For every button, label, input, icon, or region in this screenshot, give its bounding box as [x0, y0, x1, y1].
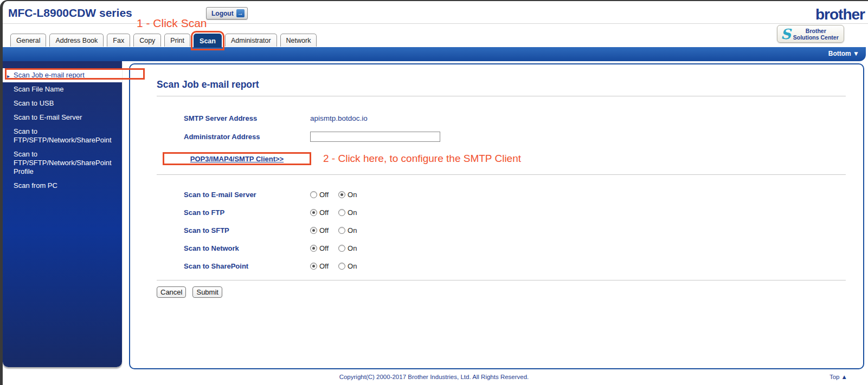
sidebar-item-scan-to-usb[interactable]: Scan to USB — [3, 96, 122, 110]
footer-copyright: Copyright(C) 2000-2017 Brother Industrie… — [0, 374, 868, 380]
scan-to-network-on-radio[interactable] — [338, 245, 345, 252]
sidebar-item-scan-job-e-mail-report[interactable]: Scan Job e-mail report — [3, 68, 122, 82]
pop3-client-row: POP3/IMAP4/SMTP Client>> 2 - Click here,… — [163, 152, 846, 165]
scan-to-ftp-off-radio[interactable] — [310, 209, 317, 216]
bottom-link[interactable]: Bottom ▼ — [828, 50, 859, 57]
section-divider-1 — [157, 174, 846, 175]
scan-to-e-mail-server-off-radio[interactable] — [310, 191, 317, 198]
cancel-button[interactable]: Cancel — [157, 286, 186, 298]
bsc-s-icon: S — [781, 27, 791, 41]
pop3-imap4-smtp-client-link[interactable]: POP3/IMAP4/SMTP Client>> — [190, 155, 284, 163]
action-buttons: Cancel Submit — [157, 286, 846, 298]
logout-arrow-icon: → — [236, 9, 245, 17]
smtp-server-address-value: apismtp.botdoc.io — [310, 114, 368, 122]
heading-divider — [157, 96, 846, 96]
toggle-row-scan-to-sharepoint: Scan to SharePoint Off On — [184, 259, 846, 272]
top-link[interactable]: Top ▲ — [830, 374, 847, 380]
tab-general[interactable]: General — [10, 34, 46, 47]
brother-logo: brother — [815, 6, 865, 23]
scan-toggle-list: Scan to E-mail Server Off On Scan to FTP — [157, 188, 846, 272]
administrator-address-label: Administrator Address — [184, 133, 310, 141]
tab-print[interactable]: Print — [164, 34, 190, 47]
tab-address-book[interactable]: Address Book — [49, 34, 104, 47]
annotation-box-pop3-link: POP3/IMAP4/SMTP Client>> — [163, 152, 311, 165]
sidebar-item-scan-from-pc[interactable]: Scan from PC — [3, 179, 122, 193]
sidebar-item-scan-to-ftp-sftp-network-sharepoint-profile[interactable]: Scan to FTP/SFTP/Network/SharePoint Prof… — [3, 147, 122, 179]
scan-to-sharepoint-on-radio[interactable] — [338, 263, 345, 270]
tab-scan[interactable]: Scan — [194, 34, 222, 48]
tab-fax[interactable]: Fax — [107, 34, 130, 47]
toggle-row-scan-to-sftp: Scan to SFTP Off On — [184, 224, 846, 237]
toggle-row-scan-to-e-mail-server: Scan to E-mail Server Off On — [184, 188, 846, 201]
header: MFC-L8900CDW series Logout → brother — [3, 1, 868, 34]
bsc-label: Brother Solutions Center — [793, 28, 839, 41]
content-heading: Scan Job e-mail report — [157, 79, 846, 90]
tab-bar: General Address Book Fax Copy Print Scan… — [10, 34, 317, 47]
logout-label: Logout — [211, 10, 234, 17]
administrator-address-input[interactable] — [310, 132, 440, 142]
tab-administrator[interactable]: Administrator — [225, 34, 277, 47]
annotation-step2: 2 - Click here, to configure the SMTP Cl… — [323, 153, 521, 165]
tab-network[interactable]: Network — [280, 34, 317, 47]
scan-to-e-mail-server-on-radio[interactable] — [338, 191, 345, 198]
main-panel: Scan Job e-mail report SMTP Server Addre… — [129, 63, 864, 369]
sidebar: Scan Job e-mail report Scan File Name Sc… — [3, 61, 122, 367]
smtp-server-row: SMTP Server Address apismtp.botdoc.io — [184, 112, 846, 125]
scan-to-sftp-off-radio[interactable] — [310, 227, 317, 234]
logout-button[interactable]: Logout → — [206, 7, 248, 19]
administrator-address-row: Administrator Address — [184, 130, 846, 143]
header-divider — [3, 23, 868, 24]
page-title: MFC-L8900CDW series — [8, 6, 132, 19]
brother-solutions-center-button[interactable]: S Brother Solutions Center — [777, 25, 844, 43]
toggle-row-scan-to-ftp: Scan to FTP Off On — [184, 206, 846, 219]
smtp-server-address-label: SMTP Server Address — [184, 114, 310, 122]
scan-to-ftp-on-radio[interactable] — [338, 209, 345, 216]
sidebar-item-scan-to-ftp-sftp-network-sharepoint[interactable]: Scan to FTP/SFTP/Network/SharePoint — [3, 125, 122, 147]
sidebar-item-scan-file-name[interactable]: Scan File Name — [3, 82, 122, 96]
footer: Copyright(C) 2000-2017 Brother Industrie… — [0, 369, 868, 385]
toggle-row-scan-to-network: Scan to Network Off On — [184, 242, 846, 255]
scan-to-network-off-radio[interactable] — [310, 245, 317, 252]
section-divider-2 — [157, 280, 846, 280]
header-band: Bottom ▼ — [3, 47, 866, 61]
scan-to-sharepoint-off-radio[interactable] — [310, 263, 317, 270]
annotation-step1: 1 - Click Scan — [137, 17, 207, 30]
sidebar-item-scan-to-e-mail-server[interactable]: Scan to E-mail Server — [3, 110, 122, 125]
scan-to-sftp-on-radio[interactable] — [338, 227, 345, 234]
submit-button[interactable]: Submit — [192, 286, 222, 298]
tab-copy[interactable]: Copy — [133, 34, 161, 47]
